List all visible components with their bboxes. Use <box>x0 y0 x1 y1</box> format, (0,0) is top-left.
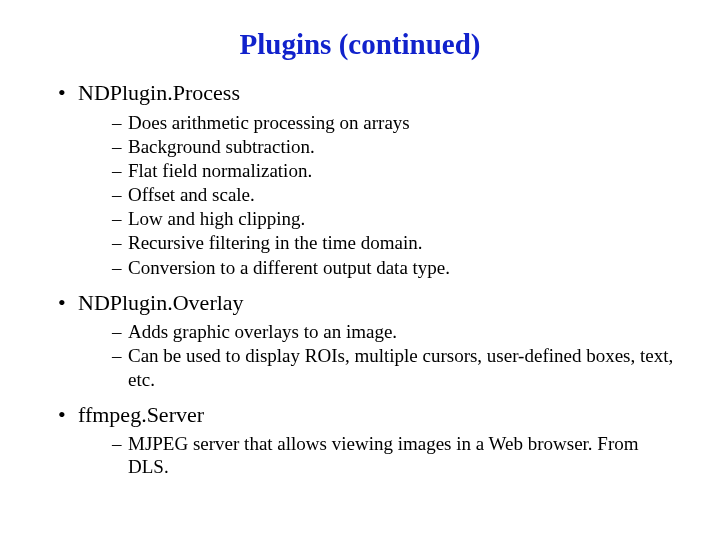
list-item: Flat field normalization. <box>112 159 680 182</box>
sub-bullets: Does arithmetic processing on arrays Bac… <box>78 111 680 279</box>
list-item: Background subtraction. <box>112 135 680 158</box>
section-heading: ffmpeg.Server <box>78 402 204 427</box>
section-ndplugin-overlay: NDPlugin.Overlay Adds graphic overlays t… <box>58 289 680 391</box>
section-heading: NDPlugin.Overlay <box>78 290 244 315</box>
list-item: Low and high clipping. <box>112 207 680 230</box>
slide: Plugins (continued) NDPlugin.Process Doe… <box>0 0 720 540</box>
list-item: Recursive filtering in the time domain. <box>112 231 680 254</box>
list-item: Conversion to a different output data ty… <box>112 256 680 279</box>
sub-bullets: Adds graphic overlays to an image. Can b… <box>78 320 680 391</box>
list-item: MJPEG server that allows viewing images … <box>112 432 680 478</box>
section-ndplugin-process: NDPlugin.Process Does arithmetic process… <box>58 79 680 279</box>
section-heading: NDPlugin.Process <box>78 80 240 105</box>
bullet-list: NDPlugin.Process Does arithmetic process… <box>40 79 680 479</box>
section-ffmpeg-server: ffmpeg.Server MJPEG server that allows v… <box>58 401 680 479</box>
sub-bullets: MJPEG server that allows viewing images … <box>78 432 680 478</box>
list-item: Can be used to display ROIs, multiple cu… <box>112 344 680 390</box>
list-item: Adds graphic overlays to an image. <box>112 320 680 343</box>
list-item: Offset and scale. <box>112 183 680 206</box>
slide-title: Plugins (continued) <box>40 28 680 61</box>
list-item: Does arithmetic processing on arrays <box>112 111 680 134</box>
